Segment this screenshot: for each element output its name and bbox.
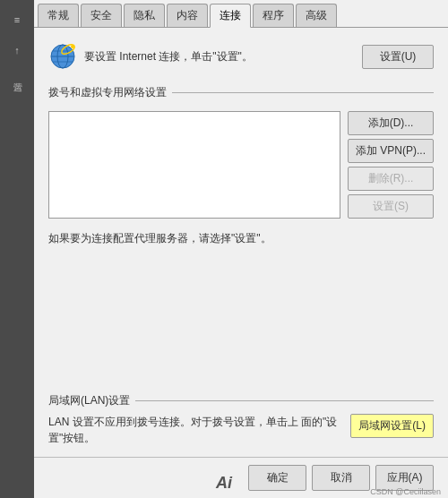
tab-general[interactable]: 常规 xyxy=(38,4,79,27)
sidebar-up-icon[interactable]: ↑ xyxy=(4,38,30,63)
svg-point-6 xyxy=(71,45,74,48)
add-vpn-button[interactable]: 添加 VPN(P)... xyxy=(348,139,434,163)
tab-bar: 常规 安全 隐私 内容 连接 程序 高级 xyxy=(34,0,448,28)
internet-options-dialog: 常规 安全 隐私 内容 连接 程序 高级 要设置 Internet 连接，单击"… xyxy=(34,0,448,498)
tab-privacy[interactable]: 隐私 xyxy=(124,4,165,27)
lan-section-label: 局域网(LAN)设置 xyxy=(48,393,130,408)
lan-description: LAN 设置不应用到拨号连接。对于拨号设置，单击上 面的"设置"按钮。 xyxy=(48,414,343,446)
cancel-button[interactable]: 取消 xyxy=(312,465,370,491)
spacer xyxy=(48,255,434,377)
dialup-section-label: 拨号和虚拟专用网络设置 xyxy=(48,85,167,100)
lan-settings-button[interactable]: 局域网设置(L) xyxy=(350,414,434,438)
globe-icon xyxy=(48,42,77,71)
tab-security[interactable]: 安全 xyxy=(81,4,122,27)
lan-content-row: LAN 设置不应用到拨号连接。对于拨号设置，单击上 面的"设置"按钮。 局域网设… xyxy=(48,414,434,446)
tab-advanced[interactable]: 高级 xyxy=(296,4,337,27)
dialup-buttons: 添加(D)... 添加 VPN(P)... 删除(R)... 设置(S) xyxy=(348,111,434,219)
dialup-listbox[interactable] xyxy=(48,111,340,219)
tab-programs[interactable]: 程序 xyxy=(253,4,294,27)
internet-setup-row: 要设置 Internet 连接，单击"设置"。 设置(U) xyxy=(48,42,434,71)
add-button[interactable]: 添加(D)... xyxy=(348,111,434,135)
tab-connections[interactable]: 连接 xyxy=(210,4,251,28)
proxy-note: 如果要为连接配置代理服务器，请选择"设置"。 xyxy=(48,231,434,246)
internet-description: 要设置 Internet 连接，单击"设置"。 xyxy=(84,49,355,64)
sidebar-menu-icon[interactable]: ≡ xyxy=(4,7,30,32)
lan-divider-line xyxy=(135,400,434,401)
tab-content-area: 要设置 Internet 连接，单击"设置"。 设置(U) 拨号和虚拟专用网络设… xyxy=(34,28,448,457)
sidebar: ≡ ↑ 运营 xyxy=(0,0,34,498)
dialup-divider-line xyxy=(172,92,434,93)
lan-section-divider: 局域网(LAN)设置 xyxy=(48,393,434,408)
remove-button[interactable]: 删除(R)... xyxy=(348,167,434,191)
dialup-section-divider: 拨号和虚拟专用网络设置 xyxy=(48,85,434,100)
dialup-settings-button[interactable]: 设置(S) xyxy=(348,194,434,219)
lan-section: 局域网(LAN)设置 LAN 设置不应用到拨号连接。对于拨号设置，单击上 面的"… xyxy=(48,393,434,446)
dialup-section: 添加(D)... 添加 VPN(P)... 删除(R)... 设置(S) xyxy=(48,111,434,219)
csdn-watermark: CSDN @Ceciilasen xyxy=(370,487,441,496)
ok-button[interactable]: 确定 xyxy=(248,465,306,491)
setup-button[interactable]: 设置(U) xyxy=(362,45,434,69)
tab-content[interactable]: 内容 xyxy=(167,4,208,27)
ai-badge: Ai xyxy=(216,474,232,493)
